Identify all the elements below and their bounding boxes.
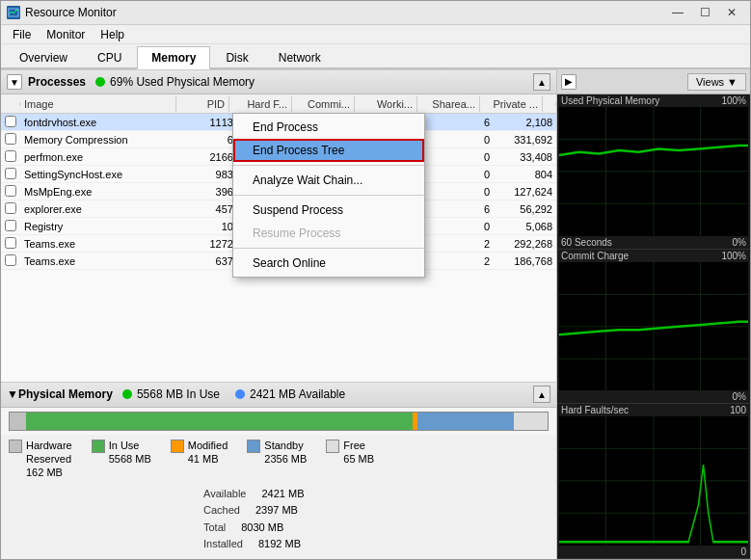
row-private-5: 56,292 — [494, 202, 556, 216]
graph1-bottom-right: 0% — [733, 237, 746, 248]
row-image-2: perfmon.exe — [20, 150, 190, 164]
col-image[interactable]: Image — [20, 96, 176, 112]
col-commit[interactable]: Commi... — [292, 96, 355, 112]
ctx-separator-3 — [233, 248, 424, 249]
row-check-0[interactable] — [1, 115, 20, 130]
right-expand-btn[interactable]: ▶ — [561, 74, 577, 90]
maximize-button[interactable]: ☐ — [692, 3, 717, 22]
app-icon — [7, 6, 20, 19]
graph3-bottom-right: 0 — [740, 547, 746, 557]
processes-header[interactable]: ▼ Processes 69% Used Physical Memory ▲ — [1, 69, 556, 94]
physical-inuse-badge: 5568 MB In Use — [122, 387, 220, 401]
row-image-3: SettingSyncHost.exe — [20, 168, 190, 181]
menu-monitor[interactable]: Monitor — [39, 26, 93, 43]
ctx-search-online[interactable]: Search Online — [233, 252, 424, 275]
legend-reserved: HardwareReserved162 MB — [9, 439, 72, 480]
col-check — [1, 102, 20, 106]
graph-hard-faults: Hard Faults/sec 100 — [557, 404, 750, 559]
legend-reserved-text: HardwareReserved162 MB — [26, 439, 72, 480]
legend-standby-box — [247, 440, 260, 453]
col-private[interactable]: Private ... — [480, 96, 543, 112]
row-shared-6: 0 — [431, 220, 494, 233]
processes-status-dot — [95, 77, 105, 87]
mem-stat-available: Available 2421 MB — [203, 486, 549, 503]
row-check-7[interactable] — [1, 236, 20, 252]
col-shared[interactable]: Sharea... — [417, 96, 480, 112]
graph1-top: Used Physical Memory 100% — [557, 94, 750, 107]
row-private-3: 804 — [494, 168, 556, 181]
legend-inuse-box — [92, 440, 105, 453]
menu-file[interactable]: File — [5, 26, 39, 43]
col-working[interactable]: Worki... — [355, 96, 417, 112]
row-check-5[interactable] — [1, 201, 20, 217]
tab-network[interactable]: Network — [264, 46, 335, 69]
ctx-analyze-wait-chain[interactable]: Analyze Wait Chain... — [233, 169, 424, 192]
tab-cpu[interactable]: CPU — [83, 46, 136, 69]
memory-bar-container — [1, 408, 556, 435]
legend-free-box — [326, 440, 339, 453]
tab-disk[interactable]: Disk — [211, 46, 262, 69]
row-shared-8: 2 — [431, 254, 494, 268]
right-panel: ▶ Views ▼ Used Physical Memory 100% — [557, 69, 750, 559]
graph3-pct: 100 — [730, 405, 746, 415]
row-check-1[interactable] — [1, 132, 20, 147]
tab-overview[interactable]: Overview — [5, 46, 82, 69]
physical-memory-header[interactable]: ▼ Physical Memory 5568 MB In Use 2421 MB… — [1, 383, 556, 408]
row-image-1: Memory Compression — [20, 133, 190, 147]
physical-scroll-up[interactable]: ▲ — [533, 386, 550, 403]
row-image-7: Teams.exe — [20, 237, 190, 251]
views-label: Views — [696, 76, 724, 88]
processes-scroll-up[interactable]: ▲ — [533, 73, 550, 91]
legend-inuse: In Use5568 MB — [92, 439, 151, 480]
processes-title: Processes — [28, 75, 86, 89]
context-menu: End Process End Process Tree Analyze Wai… — [232, 113, 425, 278]
ctx-end-process-tree[interactable]: End Process Tree — [233, 139, 424, 162]
mem-stat-total: Total 8030 MB — [203, 520, 549, 537]
stat-total-value: 8030 MB — [241, 520, 283, 537]
tab-memory[interactable]: Memory — [137, 46, 210, 69]
legend-modified-box — [171, 440, 184, 453]
row-image-8: Teams.exe — [20, 254, 190, 268]
right-panel-header: ▶ Views ▼ — [557, 69, 750, 94]
processes-badge-text: 69% Used Physical Memory — [110, 75, 255, 89]
minimize-button[interactable]: — — [665, 3, 690, 22]
stat-available-label: Available — [203, 486, 246, 503]
graph1-title: Used Physical Memory — [561, 95, 659, 106]
views-button[interactable]: Views ▼ — [687, 73, 746, 91]
row-check-4[interactable] — [1, 184, 20, 200]
row-private-8: 186,768 — [494, 254, 556, 268]
row-check-2[interactable] — [1, 149, 20, 165]
graph2-bottom: 0% — [557, 390, 750, 403]
legend-standby: Standby2356 MB — [247, 439, 307, 480]
graph2-title: Commit Charge — [561, 251, 629, 261]
stat-available-value: 2421 MB — [261, 486, 304, 503]
graph3-top: Hard Faults/sec 100 — [557, 404, 750, 416]
stat-cached-value: 2397 MB — [255, 502, 298, 520]
physical-available-badge: 2421 MB Available — [235, 387, 345, 401]
physical-expand-btn[interactable]: ▼ — [7, 387, 18, 401]
menu-help[interactable]: Help — [93, 26, 132, 43]
row-shared-5: 6 — [431, 202, 494, 216]
row-shared-0: 6 — [431, 116, 494, 129]
close-button[interactable]: ✕ — [719, 3, 744, 22]
ctx-suspend-process[interactable]: Suspend Process — [233, 199, 424, 222]
graph1-canvas — [559, 107, 748, 236]
legend-modified-text: Modified41 MB — [188, 439, 228, 467]
tab-bar: Overview CPU Memory Disk Network — [1, 44, 750, 69]
physical-memory-section: ▼ Physical Memory 5568 MB In Use 2421 MB… — [1, 382, 556, 559]
row-private-0: 2,108 — [494, 116, 556, 129]
available-label: 2421 MB Available — [250, 387, 345, 401]
graph-commit-charge: Commit Charge 100% 0 — [557, 250, 750, 405]
memory-stats: Available 2421 MB Cached 2397 MB Total 8… — [1, 484, 556, 559]
ctx-end-process[interactable]: End Process — [233, 116, 424, 139]
ctx-separator-1 — [233, 165, 424, 166]
row-check-6[interactable] — [1, 219, 20, 234]
window-controls: — ☐ ✕ — [665, 3, 744, 22]
row-check-3[interactable] — [1, 167, 20, 182]
processes-expand-btn[interactable]: ▼ — [7, 74, 22, 90]
row-image-4: MsMpEng.exe — [20, 185, 190, 199]
col-hard-faults[interactable]: Hard F... — [229, 96, 292, 112]
mem-stat-cached: Cached 2397 MB — [203, 502, 549, 520]
row-check-8[interactable] — [1, 253, 20, 269]
col-pid[interactable]: PID — [176, 96, 229, 112]
